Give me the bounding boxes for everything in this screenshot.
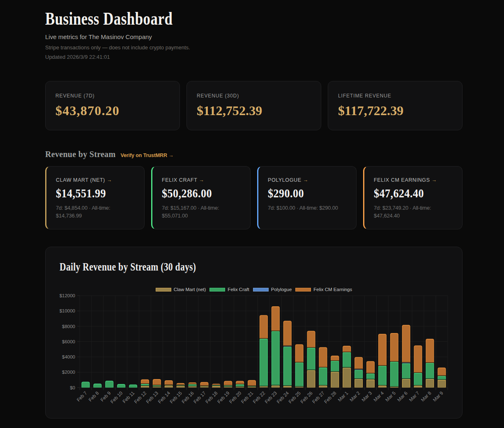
svg-text:Mar 6: Mar 6 [396, 391, 408, 403]
svg-text:$8000: $8000 [62, 324, 75, 329]
svg-text:Mar 9: Mar 9 [432, 391, 444, 403]
svg-text:Feb 12: Feb 12 [133, 391, 147, 405]
svg-text:Mar 5: Mar 5 [384, 391, 396, 403]
svg-text:Mar 2: Mar 2 [349, 391, 361, 403]
svg-text:Feb 21: Feb 21 [240, 391, 254, 405]
svg-text:Feb 10: Feb 10 [110, 391, 124, 405]
svg-text:Mar 3: Mar 3 [361, 391, 373, 403]
svg-text:$2000: $2000 [62, 370, 75, 375]
svg-text:Feb 28: Feb 28 [323, 391, 337, 405]
svg-text:Feb 11: Feb 11 [122, 391, 135, 404]
svg-text:Feb 24: Feb 24 [276, 390, 290, 404]
svg-text:Feb 26: Feb 26 [299, 391, 313, 405]
svg-text:Feb 18: Feb 18 [205, 391, 219, 405]
svg-text:Feb 17: Feb 17 [193, 391, 207, 405]
svg-text:Feb 8: Feb 8 [87, 391, 99, 403]
svg-text:Feb 23: Feb 23 [264, 391, 278, 405]
svg-text:Feb 14: Feb 14 [157, 390, 171, 404]
svg-text:Mar 8: Mar 8 [420, 391, 432, 403]
svg-text:Feb 16: Feb 16 [181, 391, 195, 405]
svg-text:Mar 4: Mar 4 [373, 390, 385, 403]
svg-text:Feb 15: Feb 15 [169, 391, 183, 405]
svg-text:Feb 25: Feb 25 [288, 391, 301, 405]
svg-text:$6000: $6000 [62, 339, 75, 344]
svg-text:$4000: $4000 [62, 354, 75, 359]
svg-text:$12000: $12000 [60, 293, 75, 298]
svg-text:Mar 7: Mar 7 [408, 391, 420, 403]
svg-text:Feb 7: Feb 7 [76, 391, 88, 403]
svg-text:Feb 13: Feb 13 [145, 391, 159, 405]
svg-text:Feb 19: Feb 19 [216, 391, 230, 405]
svg-text:$10000: $10000 [60, 308, 75, 313]
svg-text:Feb 22: Feb 22 [252, 391, 266, 405]
svg-text:Feb 27: Feb 27 [311, 391, 325, 405]
svg-text:Feb 20: Feb 20 [228, 391, 242, 405]
svg-text:Mar 1: Mar 1 [337, 391, 349, 403]
svg-text:$0: $0 [70, 385, 75, 390]
